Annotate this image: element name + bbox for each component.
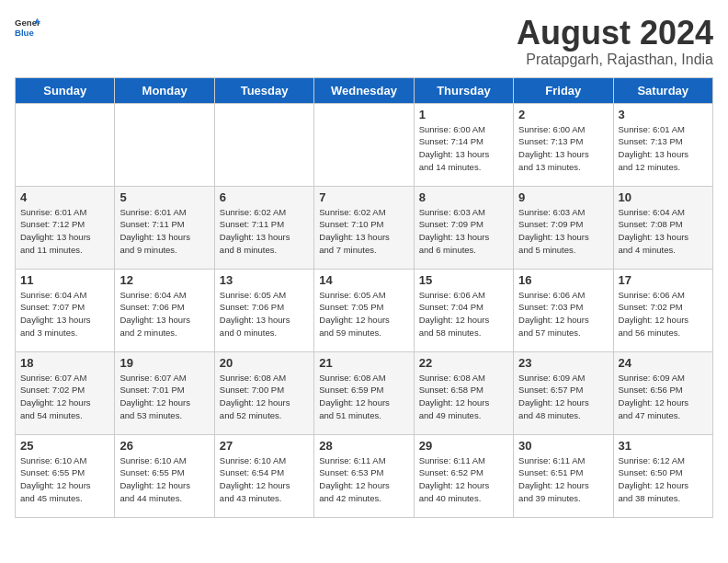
cell-info: Sunrise: 6:10 AM Sunset: 6:55 PM Dayligh… [20,454,109,505]
calendar-cell: 30Sunrise: 6:11 AM Sunset: 6:51 PM Dayli… [514,434,613,517]
calendar-cell: 28Sunrise: 6:11 AM Sunset: 6:53 PM Dayli… [314,434,414,517]
calendar-cell: 29Sunrise: 6:11 AM Sunset: 6:52 PM Dayli… [414,434,513,517]
calendar-cell [314,103,414,186]
calendar-table: SundayMondayTuesdayWednesdayThursdayFrid… [15,77,713,518]
cell-info: Sunrise: 6:04 AM Sunset: 7:08 PM Dayligh… [619,206,708,257]
cell-info: Sunrise: 6:08 AM Sunset: 6:58 PM Dayligh… [419,372,508,422]
calendar-cell: 1Sunrise: 6:00 AM Sunset: 7:14 PM Daylig… [414,103,513,186]
day-header-saturday: Saturday [613,77,712,103]
cell-info: Sunrise: 6:01 AM Sunset: 7:13 PM Dayligh… [619,123,708,174]
day-number: 19 [119,356,209,370]
main-title: August 2024 [517,15,713,52]
day-number: 8 [419,190,508,204]
calendar-cell: 10Sunrise: 6:04 AM Sunset: 7:08 PM Dayli… [613,186,712,269]
calendar-cell: 26Sunrise: 6:10 AM Sunset: 6:55 PM Dayli… [115,434,214,517]
day-number: 3 [619,108,708,121]
day-number: 29 [419,439,508,453]
header: General Blue August 2024 Pratapgarh, Raj… [15,15,713,68]
subtitle: Pratapgarh, Rajasthan, India [517,52,713,68]
calendar-cell: 25Sunrise: 6:10 AM Sunset: 6:55 PM Dayli… [16,434,115,517]
day-number: 21 [319,356,408,370]
day-number: 15 [419,273,508,287]
day-number: 18 [20,356,109,370]
calendar-cell [115,103,214,186]
cell-info: Sunrise: 6:06 AM Sunset: 7:04 PM Dayligh… [419,289,508,339]
calendar-cell: 15Sunrise: 6:06 AM Sunset: 7:04 PM Dayli… [414,269,513,351]
calendar-cell: 31Sunrise: 6:12 AM Sunset: 6:50 PM Dayli… [613,434,712,517]
calendar-cell: 22Sunrise: 6:08 AM Sunset: 6:58 PM Dayli… [414,351,513,434]
calendar-cell: 8Sunrise: 6:03 AM Sunset: 7:09 PM Daylig… [414,186,513,269]
cell-info: Sunrise: 6:00 AM Sunset: 7:13 PM Dayligh… [518,123,608,174]
day-number: 17 [619,273,708,287]
cell-info: Sunrise: 6:12 AM Sunset: 6:50 PM Dayligh… [619,454,708,505]
day-number: 24 [619,356,708,370]
day-number: 20 [220,356,309,370]
calendar-cell [214,103,313,186]
svg-text:Blue: Blue [15,28,34,38]
calendar-cell: 7Sunrise: 6:02 AM Sunset: 7:10 PM Daylig… [314,186,414,269]
day-number: 25 [20,439,109,453]
day-number: 27 [220,439,309,453]
cell-info: Sunrise: 6:09 AM Sunset: 6:56 PM Dayligh… [619,372,708,422]
calendar-header-row: SundayMondayTuesdayWednesdayThursdayFrid… [16,77,713,103]
calendar-cell: 16Sunrise: 6:06 AM Sunset: 7:03 PM Dayli… [514,269,613,351]
calendar-cell [16,103,115,186]
calendar-cell: 12Sunrise: 6:04 AM Sunset: 7:06 PM Dayli… [115,269,214,351]
cell-info: Sunrise: 6:02 AM Sunset: 7:10 PM Dayligh… [319,206,408,257]
cell-info: Sunrise: 6:06 AM Sunset: 7:02 PM Dayligh… [619,289,708,339]
cell-info: Sunrise: 6:08 AM Sunset: 7:00 PM Dayligh… [220,372,309,422]
cell-info: Sunrise: 6:05 AM Sunset: 7:06 PM Dayligh… [220,289,309,339]
calendar-cell: 20Sunrise: 6:08 AM Sunset: 7:00 PM Dayli… [214,351,313,434]
day-number: 4 [20,190,109,204]
cell-info: Sunrise: 6:02 AM Sunset: 7:11 PM Dayligh… [220,206,309,257]
cell-info: Sunrise: 6:04 AM Sunset: 7:06 PM Dayligh… [119,289,209,339]
cell-info: Sunrise: 6:11 AM Sunset: 6:52 PM Dayligh… [419,454,508,505]
calendar-row-2: 11Sunrise: 6:04 AM Sunset: 7:07 PM Dayli… [16,269,713,351]
calendar-cell: 13Sunrise: 6:05 AM Sunset: 7:06 PM Dayli… [214,269,313,351]
day-number: 1 [419,108,508,121]
calendar-row-1: 4Sunrise: 6:01 AM Sunset: 7:12 PM Daylig… [16,186,713,269]
calendar-cell: 18Sunrise: 6:07 AM Sunset: 7:02 PM Dayli… [16,351,115,434]
day-number: 7 [319,190,408,204]
cell-info: Sunrise: 6:11 AM Sunset: 6:53 PM Dayligh… [319,454,408,505]
calendar-cell: 23Sunrise: 6:09 AM Sunset: 6:57 PM Dayli… [514,351,613,434]
calendar-cell: 11Sunrise: 6:04 AM Sunset: 7:07 PM Dayli… [16,269,115,351]
calendar-cell: 3Sunrise: 6:01 AM Sunset: 7:13 PM Daylig… [613,103,712,186]
cell-info: Sunrise: 6:03 AM Sunset: 7:09 PM Dayligh… [419,206,508,257]
cell-info: Sunrise: 6:05 AM Sunset: 7:05 PM Dayligh… [319,289,408,339]
cell-info: Sunrise: 6:00 AM Sunset: 7:14 PM Dayligh… [419,123,508,174]
cell-info: Sunrise: 6:08 AM Sunset: 6:59 PM Dayligh… [319,372,408,422]
day-number: 2 [518,108,608,121]
cell-info: Sunrise: 6:01 AM Sunset: 7:12 PM Dayligh… [20,206,109,257]
cell-info: Sunrise: 6:06 AM Sunset: 7:03 PM Dayligh… [518,289,608,339]
calendar-row-4: 25Sunrise: 6:10 AM Sunset: 6:55 PM Dayli… [16,434,713,517]
day-header-friday: Friday [514,77,613,103]
calendar-body: 1Sunrise: 6:00 AM Sunset: 7:14 PM Daylig… [16,103,713,517]
calendar-row-3: 18Sunrise: 6:07 AM Sunset: 7:02 PM Dayli… [16,351,713,434]
calendar-cell: 19Sunrise: 6:07 AM Sunset: 7:01 PM Dayli… [115,351,214,434]
cell-info: Sunrise: 6:11 AM Sunset: 6:51 PM Dayligh… [518,454,608,505]
calendar-cell: 4Sunrise: 6:01 AM Sunset: 7:12 PM Daylig… [16,186,115,269]
day-number: 5 [119,190,209,204]
cell-info: Sunrise: 6:01 AM Sunset: 7:11 PM Dayligh… [119,206,209,257]
day-number: 11 [20,273,109,287]
day-number: 22 [419,356,508,370]
calendar-cell: 27Sunrise: 6:10 AM Sunset: 6:54 PM Dayli… [214,434,313,517]
calendar-row-0: 1Sunrise: 6:00 AM Sunset: 7:14 PM Daylig… [16,103,713,186]
logo: General Blue [15,15,40,40]
calendar-cell: 14Sunrise: 6:05 AM Sunset: 7:05 PM Dayli… [314,269,414,351]
calendar-cell: 2Sunrise: 6:00 AM Sunset: 7:13 PM Daylig… [514,103,613,186]
day-number: 14 [319,273,408,287]
day-number: 10 [619,190,708,204]
cell-info: Sunrise: 6:07 AM Sunset: 7:01 PM Dayligh… [119,372,209,422]
calendar-cell: 5Sunrise: 6:01 AM Sunset: 7:11 PM Daylig… [115,186,214,269]
cell-info: Sunrise: 6:04 AM Sunset: 7:07 PM Dayligh… [20,289,109,339]
cell-info: Sunrise: 6:10 AM Sunset: 6:55 PM Dayligh… [119,454,209,505]
calendar-cell: 24Sunrise: 6:09 AM Sunset: 6:56 PM Dayli… [613,351,712,434]
day-number: 12 [119,273,209,287]
day-header-sunday: Sunday [16,77,115,103]
day-number: 16 [518,273,608,287]
calendar-cell: 21Sunrise: 6:08 AM Sunset: 6:59 PM Dayli… [314,351,414,434]
cell-info: Sunrise: 6:03 AM Sunset: 7:09 PM Dayligh… [518,206,608,257]
day-number: 30 [518,439,608,453]
